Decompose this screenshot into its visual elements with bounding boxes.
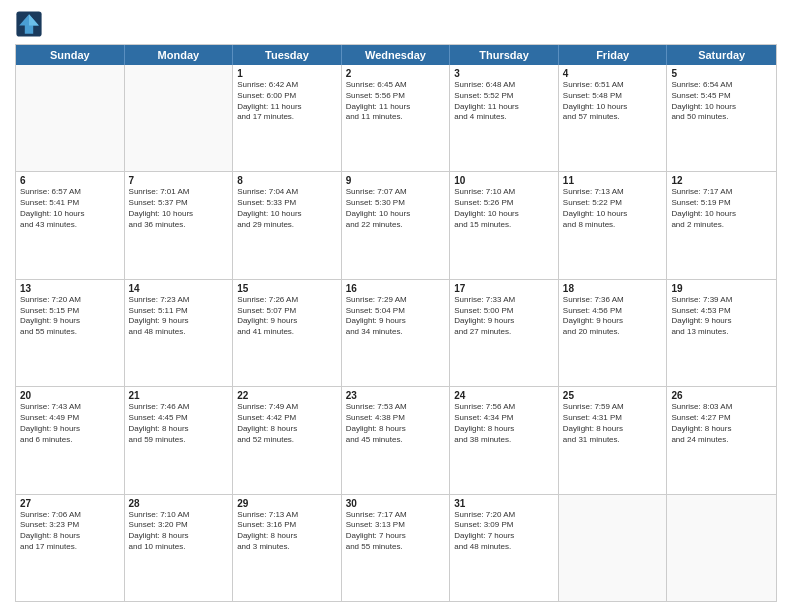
header-day-wednesday: Wednesday — [342, 45, 451, 65]
cell-daylight-info: Sunrise: 7:17 AM Sunset: 5:19 PM Dayligh… — [671, 187, 772, 230]
cell-daylight-info: Sunrise: 7:43 AM Sunset: 4:49 PM Dayligh… — [20, 402, 120, 445]
day-number: 9 — [346, 175, 446, 186]
day-number: 6 — [20, 175, 120, 186]
day-number: 14 — [129, 283, 229, 294]
day-number: 13 — [20, 283, 120, 294]
cell-daylight-info: Sunrise: 7:26 AM Sunset: 5:07 PM Dayligh… — [237, 295, 337, 338]
calendar-cell: 18Sunrise: 7:36 AM Sunset: 4:56 PM Dayli… — [559, 280, 668, 386]
calendar-cell: 28Sunrise: 7:10 AM Sunset: 3:20 PM Dayli… — [125, 495, 234, 601]
page: SundayMondayTuesdayWednesdayThursdayFrid… — [0, 0, 792, 612]
calendar-cell: 10Sunrise: 7:10 AM Sunset: 5:26 PM Dayli… — [450, 172, 559, 278]
day-number: 31 — [454, 498, 554, 509]
cell-daylight-info: Sunrise: 7:17 AM Sunset: 3:13 PM Dayligh… — [346, 510, 446, 553]
day-number: 17 — [454, 283, 554, 294]
calendar-cell — [16, 65, 125, 171]
calendar-cell: 11Sunrise: 7:13 AM Sunset: 5:22 PM Dayli… — [559, 172, 668, 278]
calendar-cell: 23Sunrise: 7:53 AM Sunset: 4:38 PM Dayli… — [342, 387, 451, 493]
cell-daylight-info: Sunrise: 7:20 AM Sunset: 3:09 PM Dayligh… — [454, 510, 554, 553]
cell-daylight-info: Sunrise: 7:10 AM Sunset: 5:26 PM Dayligh… — [454, 187, 554, 230]
calendar-cell: 25Sunrise: 7:59 AM Sunset: 4:31 PM Dayli… — [559, 387, 668, 493]
calendar-cell: 3Sunrise: 6:48 AM Sunset: 5:52 PM Daylig… — [450, 65, 559, 171]
calendar-cell: 6Sunrise: 6:57 AM Sunset: 5:41 PM Daylig… — [16, 172, 125, 278]
calendar-cell: 24Sunrise: 7:56 AM Sunset: 4:34 PM Dayli… — [450, 387, 559, 493]
calendar-cell — [559, 495, 668, 601]
day-number: 19 — [671, 283, 772, 294]
header-day-monday: Monday — [125, 45, 234, 65]
day-number: 28 — [129, 498, 229, 509]
day-number: 23 — [346, 390, 446, 401]
day-number: 16 — [346, 283, 446, 294]
cell-daylight-info: Sunrise: 7:29 AM Sunset: 5:04 PM Dayligh… — [346, 295, 446, 338]
calendar: SundayMondayTuesdayWednesdayThursdayFrid… — [15, 44, 777, 602]
day-number: 21 — [129, 390, 229, 401]
cell-daylight-info: Sunrise: 6:45 AM Sunset: 5:56 PM Dayligh… — [346, 80, 446, 123]
header-day-friday: Friday — [559, 45, 668, 65]
calendar-cell: 5Sunrise: 6:54 AM Sunset: 5:45 PM Daylig… — [667, 65, 776, 171]
cell-daylight-info: Sunrise: 7:01 AM Sunset: 5:37 PM Dayligh… — [129, 187, 229, 230]
cell-daylight-info: Sunrise: 7:10 AM Sunset: 3:20 PM Dayligh… — [129, 510, 229, 553]
day-number: 24 — [454, 390, 554, 401]
calendar-week-3: 13Sunrise: 7:20 AM Sunset: 5:15 PM Dayli… — [16, 280, 776, 387]
calendar-cell: 31Sunrise: 7:20 AM Sunset: 3:09 PM Dayli… — [450, 495, 559, 601]
day-number: 20 — [20, 390, 120, 401]
calendar-week-4: 20Sunrise: 7:43 AM Sunset: 4:49 PM Dayli… — [16, 387, 776, 494]
day-number: 22 — [237, 390, 337, 401]
cell-daylight-info: Sunrise: 7:36 AM Sunset: 4:56 PM Dayligh… — [563, 295, 663, 338]
cell-daylight-info: Sunrise: 7:39 AM Sunset: 4:53 PM Dayligh… — [671, 295, 772, 338]
calendar-cell: 27Sunrise: 7:06 AM Sunset: 3:23 PM Dayli… — [16, 495, 125, 601]
day-number: 5 — [671, 68, 772, 79]
day-number: 26 — [671, 390, 772, 401]
header — [15, 10, 777, 38]
header-day-sunday: Sunday — [16, 45, 125, 65]
calendar-cell: 2Sunrise: 6:45 AM Sunset: 5:56 PM Daylig… — [342, 65, 451, 171]
cell-daylight-info: Sunrise: 7:33 AM Sunset: 5:00 PM Dayligh… — [454, 295, 554, 338]
calendar-cell: 26Sunrise: 8:03 AM Sunset: 4:27 PM Dayli… — [667, 387, 776, 493]
header-day-saturday: Saturday — [667, 45, 776, 65]
day-number: 10 — [454, 175, 554, 186]
day-number: 25 — [563, 390, 663, 401]
cell-daylight-info: Sunrise: 7:49 AM Sunset: 4:42 PM Dayligh… — [237, 402, 337, 445]
day-number: 2 — [346, 68, 446, 79]
cell-daylight-info: Sunrise: 7:13 AM Sunset: 3:16 PM Dayligh… — [237, 510, 337, 553]
calendar-cell: 14Sunrise: 7:23 AM Sunset: 5:11 PM Dayli… — [125, 280, 234, 386]
cell-daylight-info: Sunrise: 8:03 AM Sunset: 4:27 PM Dayligh… — [671, 402, 772, 445]
calendar-cell: 13Sunrise: 7:20 AM Sunset: 5:15 PM Dayli… — [16, 280, 125, 386]
logo-icon — [15, 10, 43, 38]
header-day-tuesday: Tuesday — [233, 45, 342, 65]
calendar-cell — [125, 65, 234, 171]
calendar-cell: 12Sunrise: 7:17 AM Sunset: 5:19 PM Dayli… — [667, 172, 776, 278]
calendar-cell: 21Sunrise: 7:46 AM Sunset: 4:45 PM Dayli… — [125, 387, 234, 493]
calendar-body: 1Sunrise: 6:42 AM Sunset: 6:00 PM Daylig… — [16, 65, 776, 601]
calendar-cell: 17Sunrise: 7:33 AM Sunset: 5:00 PM Dayli… — [450, 280, 559, 386]
cell-daylight-info: Sunrise: 7:23 AM Sunset: 5:11 PM Dayligh… — [129, 295, 229, 338]
day-number: 4 — [563, 68, 663, 79]
calendar-cell: 8Sunrise: 7:04 AM Sunset: 5:33 PM Daylig… — [233, 172, 342, 278]
logo — [15, 10, 47, 38]
cell-daylight-info: Sunrise: 6:57 AM Sunset: 5:41 PM Dayligh… — [20, 187, 120, 230]
cell-daylight-info: Sunrise: 7:06 AM Sunset: 3:23 PM Dayligh… — [20, 510, 120, 553]
calendar-cell: 7Sunrise: 7:01 AM Sunset: 5:37 PM Daylig… — [125, 172, 234, 278]
calendar-cell: 16Sunrise: 7:29 AM Sunset: 5:04 PM Dayli… — [342, 280, 451, 386]
calendar-cell: 29Sunrise: 7:13 AM Sunset: 3:16 PM Dayli… — [233, 495, 342, 601]
day-number: 12 — [671, 175, 772, 186]
cell-daylight-info: Sunrise: 6:54 AM Sunset: 5:45 PM Dayligh… — [671, 80, 772, 123]
cell-daylight-info: Sunrise: 7:04 AM Sunset: 5:33 PM Dayligh… — [237, 187, 337, 230]
day-number: 29 — [237, 498, 337, 509]
day-number: 18 — [563, 283, 663, 294]
calendar-cell: 9Sunrise: 7:07 AM Sunset: 5:30 PM Daylig… — [342, 172, 451, 278]
day-number: 15 — [237, 283, 337, 294]
calendar-header: SundayMondayTuesdayWednesdayThursdayFrid… — [16, 45, 776, 65]
day-number: 3 — [454, 68, 554, 79]
calendar-cell: 30Sunrise: 7:17 AM Sunset: 3:13 PM Dayli… — [342, 495, 451, 601]
calendar-cell: 4Sunrise: 6:51 AM Sunset: 5:48 PM Daylig… — [559, 65, 668, 171]
calendar-week-5: 27Sunrise: 7:06 AM Sunset: 3:23 PM Dayli… — [16, 495, 776, 601]
header-day-thursday: Thursday — [450, 45, 559, 65]
calendar-cell: 19Sunrise: 7:39 AM Sunset: 4:53 PM Dayli… — [667, 280, 776, 386]
cell-daylight-info: Sunrise: 7:46 AM Sunset: 4:45 PM Dayligh… — [129, 402, 229, 445]
day-number: 30 — [346, 498, 446, 509]
cell-daylight-info: Sunrise: 7:59 AM Sunset: 4:31 PM Dayligh… — [563, 402, 663, 445]
cell-daylight-info: Sunrise: 6:42 AM Sunset: 6:00 PM Dayligh… — [237, 80, 337, 123]
calendar-week-1: 1Sunrise: 6:42 AM Sunset: 6:00 PM Daylig… — [16, 65, 776, 172]
calendar-week-2: 6Sunrise: 6:57 AM Sunset: 5:41 PM Daylig… — [16, 172, 776, 279]
calendar-cell: 22Sunrise: 7:49 AM Sunset: 4:42 PM Dayli… — [233, 387, 342, 493]
